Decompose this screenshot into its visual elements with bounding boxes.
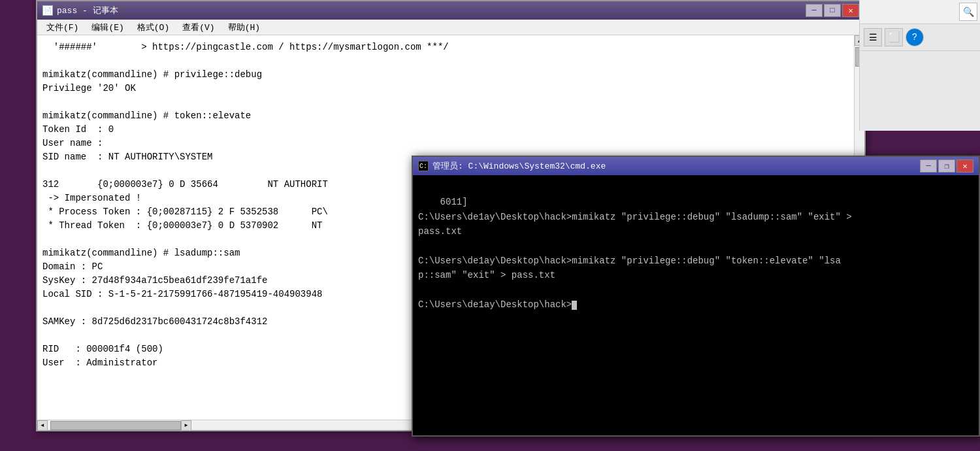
help-icon[interactable]: ? (906, 28, 924, 46)
notepad-title: pass - 记事本 (57, 5, 118, 16)
cmd-title: 管理员: C:\Windows\System32\cmd.exe (433, 160, 606, 172)
cmd-close-button[interactable]: ✕ (956, 159, 973, 173)
cmd-window: C: 管理员: C:\Windows\System32\cmd.exe ─ ❐ … (412, 156, 980, 437)
notepad-window-controls: ─ □ ✕ (806, 4, 859, 17)
menu-file[interactable]: 文件(F) (40, 20, 85, 35)
cmd-restore-button[interactable]: ❐ (938, 159, 955, 173)
cmd-app-icon: C: (418, 161, 429, 171)
cmd-titlebar: C: 管理员: C:\Windows\System32\cmd.exe ─ ❐ … (413, 157, 979, 175)
list-view-icon[interactable]: ☰ (864, 28, 882, 46)
cmd-line-5: C:\Users\de1ay\Desktop\hack>mimikatz "pr… (418, 256, 841, 266)
cmd-title-area: C: 管理员: C:\Windows\System32\cmd.exe (418, 160, 606, 172)
cmd-line-1: 6011] (440, 197, 468, 207)
cmd-line-2: C:\Users\de1ay\Desktop\hack>mimikatz "pr… (418, 212, 852, 222)
scroll-left-arrow[interactable]: ◄ (37, 420, 48, 431)
scroll-right-arrow[interactable]: ► (181, 420, 191, 431)
cmd-line-3: pass.txt (418, 226, 462, 237)
menu-help[interactable]: 帮助(H) (221, 20, 267, 35)
notepad-menubar: 文件(F) 编辑(E) 格式(O) 查看(V) 帮助(H) (37, 20, 864, 35)
menu-view[interactable]: 查看(V) (176, 20, 221, 35)
cmd-cursor (572, 301, 577, 310)
cmd-text-content: 6011] C:\Users\de1ay\Desktop\hack>mimika… (413, 175, 979, 435)
cmd-prompt: C:\Users\de1ay\Desktop\hack> (418, 299, 572, 310)
scroll-thumb-horizontal[interactable] (50, 421, 181, 430)
menu-edit[interactable]: 编辑(E) (85, 20, 130, 35)
notepad-title-area: 📄 pass - 记事本 (42, 5, 118, 16)
menu-format[interactable]: 格式(O) (131, 20, 176, 35)
notepad-close-button[interactable]: ✕ (842, 4, 859, 17)
cmd-window-controls: ─ ❐ ✕ (920, 159, 973, 173)
notepad-minimize-button[interactable]: ─ (806, 4, 823, 17)
notepad-maximize-button[interactable]: □ (824, 4, 841, 17)
panel-toggle-button[interactable]: ⬜ (885, 28, 903, 46)
notepad-titlebar: 📄 pass - 记事本 ─ □ ✕ (37, 1, 864, 20)
cmd-minimize-button[interactable]: ─ (920, 159, 937, 173)
side-panel: 🔍 ☰ ⬜ ? (859, 0, 980, 131)
side-toolbar: 🔍 (860, 0, 980, 24)
search-icon[interactable]: 🔍 (959, 3, 977, 21)
cmd-line-6: p::sam" "exit" > pass.txt (418, 270, 555, 280)
notepad-app-icon: 📄 (42, 5, 53, 16)
